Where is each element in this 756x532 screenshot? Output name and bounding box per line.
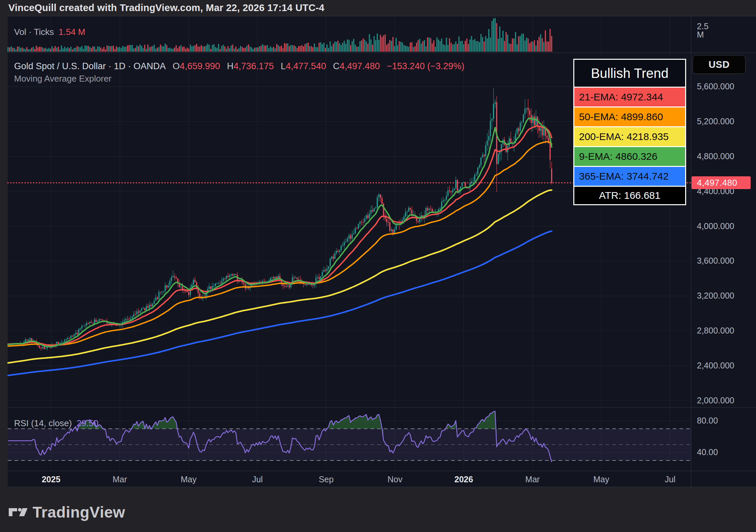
rsi-axis-label: 80.00 (697, 416, 718, 425)
volume-axis-label: 2.5 M (697, 22, 709, 31)
price-axis-label: 2,400.000 (697, 361, 734, 370)
price-axis-label: 5,600.000 (697, 82, 734, 91)
time-axis-label: Jul (252, 475, 263, 484)
change-value: −153.240 (−3.29%) (387, 61, 464, 71)
price-axis-label: 2,000.000 (697, 396, 734, 405)
ema-row-50-ema: 50-EMA: 4899.860 (574, 107, 685, 126)
ema-row-21-ema: 21-EMA: 4972.344 (574, 88, 685, 106)
ema-row-9-ema: 9-EMA: 4860.326 (574, 147, 685, 166)
currency-toggle-button[interactable]: USD (693, 55, 746, 74)
time-axis-label: May (593, 475, 609, 484)
bullish-trend-panel: Bullish Trend 21-EMA: 4972.34450-EMA: 48… (573, 59, 686, 205)
tradingview-logo-icon (8, 503, 28, 521)
time-axis-label: 2025 (42, 475, 60, 484)
price-axis-label: 3,200.000 (697, 292, 734, 300)
rsi-axis-label: 40.00 (697, 448, 718, 456)
price-axis-label: 2,800.000 (697, 326, 734, 335)
last-price-badge[interactable]: 4,497.480 (692, 176, 751, 189)
trend-status-title: Bullish Trend (574, 60, 685, 87)
close-value: 4,497.480 (340, 61, 380, 71)
low-label: L (281, 61, 286, 71)
tradingview-chart-window: VinceQuill created with TradingView.com,… (0, 0, 756, 532)
open-label: O (173, 61, 180, 71)
time-axis-label: Jul (665, 475, 675, 484)
volume-legend[interactable]: Vol · Ticks1.54 M (14, 27, 85, 37)
open-value: 4,659.990 (180, 61, 220, 71)
time-axis-label: 2026 (454, 475, 473, 484)
ema-rows: 21-EMA: 4972.34450-EMA: 4899.860200-EMA:… (574, 88, 685, 186)
rsi-legend-value: 29.50 (77, 418, 98, 428)
symbol-legend[interactable]: Gold Spot / U.S. Dollar · 1D · OANDA O4,… (14, 61, 464, 72)
rsi-legend[interactable]: RSI (14, close)29.50 (14, 418, 98, 429)
time-axis-label: Nov (388, 475, 402, 484)
time-axis-label: Mar (525, 475, 540, 484)
time-axis-label: Sep (319, 475, 333, 484)
tradingview-logo-text: TradingView (33, 503, 125, 521)
symbol-title[interactable]: Gold Spot / U.S. Dollar · 1D · OANDA (14, 61, 166, 71)
time-axis-label: May (181, 475, 196, 484)
ema-row-200-ema: 200-EMA: 4218.935 (574, 127, 685, 146)
close-label: C (333, 61, 340, 71)
volume-legend-label[interactable]: Vol · Ticks (14, 27, 54, 37)
price-axis-label: 5,200.000 (697, 117, 734, 126)
rsi-legend-label[interactable]: RSI (14, close) (14, 418, 72, 428)
tradingview-logo[interactable]: TradingView (8, 503, 125, 521)
volume-legend-value: 1.54 M (58, 27, 85, 37)
high-label: H (227, 61, 234, 71)
time-axis-label: Mar (113, 475, 127, 484)
indicator-title-ma-explorer[interactable]: Moving Average Explorer (14, 74, 112, 84)
low-value: 4,477.540 (286, 61, 326, 71)
price-axis-label: 4,800.000 (697, 152, 734, 161)
ema-row-365-ema: 365-EMA: 3744.742 (574, 167, 685, 186)
price-axis-label: 4,000.000 (697, 222, 734, 230)
price-axis-label: 3,600.000 (697, 257, 734, 265)
atr-row: ATR: 166.681 (574, 187, 685, 204)
high-value: 4,736.175 (233, 61, 274, 71)
